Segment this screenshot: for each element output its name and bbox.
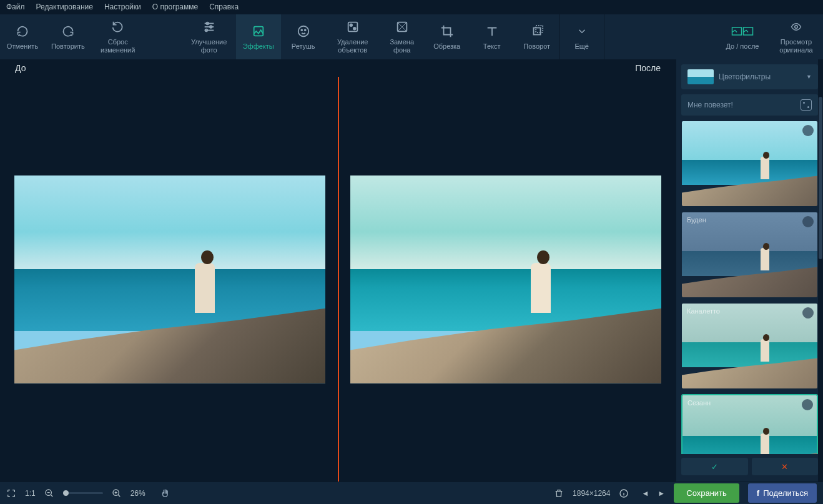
menubar: Файл Редактирование Настройки О программ… bbox=[0, 0, 823, 14]
rotate-button[interactable]: Поворот bbox=[515, 14, 559, 59]
share-button[interactable]: f Поделиться bbox=[748, 483, 817, 503]
filter-name: Сезанн bbox=[687, 399, 711, 407]
face-icon bbox=[297, 24, 310, 39]
category-thumb bbox=[687, 69, 714, 84]
prev-button[interactable]: ◄ bbox=[641, 489, 649, 498]
retouch-button[interactable]: Ретушь bbox=[281, 14, 326, 59]
rotate-icon bbox=[530, 24, 544, 39]
svg-point-7 bbox=[298, 26, 308, 36]
before-label: До bbox=[15, 63, 26, 73]
svg-rect-10 bbox=[348, 22, 357, 32]
filter-category-dropdown[interactable]: Цветофильтры bbox=[681, 64, 818, 89]
apply-button[interactable]: ✓ bbox=[681, 458, 748, 475]
filter-item[interactable] bbox=[681, 121, 818, 207]
filter-name: Каналетто bbox=[687, 307, 720, 315]
reset-icon bbox=[112, 19, 124, 34]
sidebar-scrollbar[interactable] bbox=[818, 59, 823, 482]
zoom-slider[interactable] bbox=[63, 492, 103, 494]
svg-point-18 bbox=[795, 26, 798, 29]
after-label: После bbox=[635, 63, 661, 73]
remove-objects-button[interactable]: Удаление объектов bbox=[326, 14, 380, 59]
split-divider[interactable] bbox=[338, 77, 339, 482]
chevron-down-icon bbox=[576, 24, 588, 39]
lucky-label: Мне повезет! bbox=[687, 101, 733, 109]
enhance-button[interactable]: Улучшение фото bbox=[182, 14, 236, 59]
menu-file[interactable]: Файл bbox=[6, 2, 25, 11]
menu-edit[interactable]: Редактирование bbox=[36, 2, 93, 11]
effects-button[interactable]: Эффекты bbox=[236, 14, 281, 59]
svg-rect-15 bbox=[536, 25, 543, 32]
crop-button[interactable]: Обрезка bbox=[425, 14, 470, 59]
svg-point-12 bbox=[353, 27, 357, 31]
text-icon bbox=[485, 24, 499, 39]
split-view bbox=[0, 77, 676, 482]
reset-button[interactable]: Сброс изменений bbox=[91, 14, 145, 59]
before-image[interactable] bbox=[14, 175, 325, 383]
crop-icon bbox=[440, 24, 454, 39]
zoom-out-button[interactable] bbox=[44, 488, 54, 498]
view-area: До После Цветофильтры Мне повезет! Буден… bbox=[0, 59, 823, 482]
menu-settings[interactable]: Настройки bbox=[104, 2, 141, 11]
svg-point-8 bbox=[301, 29, 302, 31]
compare-icon bbox=[731, 24, 754, 39]
canvas-zone: До После bbox=[0, 59, 676, 482]
svg-point-9 bbox=[305, 29, 306, 31]
text-button[interactable]: Текст bbox=[470, 14, 515, 59]
undo-button[interactable]: Отменить bbox=[0, 14, 45, 59]
facebook-icon: f bbox=[757, 488, 759, 498]
redo-icon bbox=[62, 24, 74, 39]
zoom-percent: 26% bbox=[131, 489, 145, 498]
share-label: Поделиться bbox=[763, 488, 808, 498]
view-original-button[interactable]: Просмотр оригинала bbox=[769, 14, 823, 59]
apply-row: ✓ ✕ bbox=[676, 454, 823, 482]
delete-button[interactable] bbox=[554, 488, 564, 498]
svg-point-11 bbox=[349, 24, 353, 27]
info-button[interactable] bbox=[619, 488, 629, 498]
scale-button[interactable]: 1:1 bbox=[25, 489, 36, 498]
svg-rect-14 bbox=[533, 27, 540, 34]
dimensions-label: 1894×1264 bbox=[573, 489, 610, 498]
effects-icon bbox=[252, 24, 265, 39]
sliders-icon bbox=[202, 19, 216, 34]
menu-about[interactable]: О программе bbox=[152, 2, 198, 11]
bg-swap-icon bbox=[395, 19, 409, 34]
fullscreen-button[interactable] bbox=[6, 488, 16, 498]
save-button[interactable]: Сохранить bbox=[674, 483, 739, 503]
before-after-toggle[interactable]: До / после bbox=[716, 14, 769, 59]
bottombar: 1:1 26% 1894×1264 ◄ ► Сохранить f Подели… bbox=[0, 482, 823, 504]
erase-icon bbox=[346, 19, 360, 34]
menu-help[interactable]: Справка bbox=[209, 2, 239, 11]
hand-tool-button[interactable] bbox=[160, 488, 170, 498]
effects-sidebar: Цветофильтры Мне повезет! БуденКаналетто… bbox=[676, 59, 823, 482]
lucky-button[interactable]: Мне повезет! bbox=[681, 94, 818, 116]
filter-item[interactable]: Сезанн bbox=[681, 394, 818, 454]
redo-button[interactable]: Повторить bbox=[45, 14, 91, 59]
replace-bg-button[interactable]: Замена фона bbox=[380, 14, 425, 59]
eye-icon bbox=[789, 19, 804, 34]
zoom-in-button[interactable] bbox=[112, 488, 122, 498]
dice-icon bbox=[801, 99, 812, 111]
filter-list[interactable]: БуденКаналеттоСезанн bbox=[676, 121, 823, 454]
filter-item[interactable]: Каналетто bbox=[681, 303, 818, 389]
filter-name: Буден bbox=[687, 216, 706, 224]
toolbar: Отменить Повторить Сброс изменений Улучш… bbox=[0, 14, 823, 59]
after-image[interactable] bbox=[350, 175, 661, 383]
next-button[interactable]: ► bbox=[658, 489, 665, 498]
undo-icon bbox=[16, 24, 29, 39]
category-label: Цветофильтры bbox=[719, 72, 771, 81]
filter-item[interactable]: Буден bbox=[681, 212, 818, 298]
more-button[interactable]: Ещё bbox=[559, 14, 604, 59]
discard-button[interactable]: ✕ bbox=[752, 458, 819, 475]
